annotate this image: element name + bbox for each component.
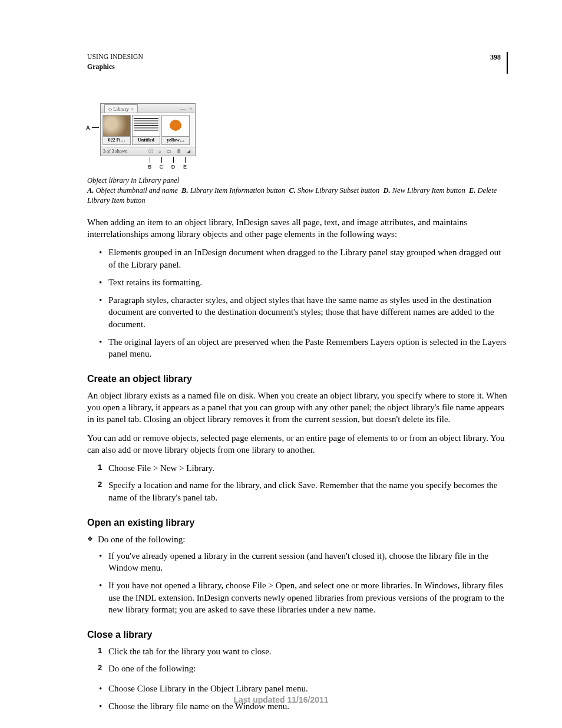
create-paragraph-1: An object library exists as a named file… [87,390,508,426]
panel-controls: — × [180,104,193,113]
thumbnail-image [103,116,130,137]
create-steps: Choose File > New > Library. Specify a l… [87,462,508,503]
footer-updated: Last updated 11/16/2011 [0,694,562,706]
page-header: USING INDESIGN Graphics 398 [87,52,508,74]
list-item: Choose File > New > Library. [98,462,508,474]
status-text: 3 of 3 shown [103,149,128,155]
list-item: Paragraph styles, character styles, and … [98,294,508,330]
new-item-icon: ▭ [167,149,171,155]
library-tab: ◇Library× [104,104,138,113]
delete-icon: 🗑 [177,149,181,155]
list-item: Specify a location and name for the libr… [98,479,508,503]
open-lead: Do one of the following: [87,533,508,545]
close-icon: × [131,106,134,112]
close-steps: Click the tab for the library you want t… [87,645,508,675]
heading-close: Close a library [87,628,508,641]
subset-icon: ⌕ [158,149,161,155]
thumbnail-label: 022 Fi… [103,137,130,144]
header-section: Graphics [87,62,143,72]
dock-icon: ◇ [108,107,112,112]
figure-caption: Object library in Library panel A. Objec… [87,176,508,206]
figure-library-panel: A ◇Library× — × 022 Fi… [100,103,508,170]
list-item: Do one of the following: [98,663,508,674]
resize-icon: ◢ [187,149,190,155]
callout-a: A [86,124,90,133]
thumbnail-label: yellow… [162,137,189,144]
page-number: 398 [490,52,508,74]
library-panel: ◇Library× — × 022 Fi… [100,103,196,156]
list-item: If you've already opened a library in th… [98,550,508,574]
library-item: Untitled [132,115,160,145]
library-item: yellow… [161,115,190,145]
list-item: The original layers of an object are pre… [98,336,508,360]
heading-create: Create an object library [87,373,508,386]
list-item: Choose Close Library in the Object Libra… [98,683,508,694]
list-item: If you have not opened a library, choose… [98,579,508,615]
open-bullets: If you've already opened a library in th… [87,550,508,615]
heading-open: Open an existing library [87,516,508,529]
create-paragraph-2: You can add or remove objects, selected … [87,432,508,456]
thumbnail-image [162,116,189,137]
list-item: Elements grouped in an InDesign document… [98,246,508,271]
list-item: Click the tab for the library you want t… [98,645,508,657]
intro-bullets: Elements grouped in an InDesign document… [87,246,508,360]
intro-paragraph: When adding an item to an object library… [87,216,508,241]
thumbnail-image [133,116,160,137]
library-item: 022 Fi… [103,115,131,145]
callout-lines: B C D E [100,157,196,170]
list-item: Text retains its formatting. [98,276,508,288]
header-chapter: USING INDESIGN [87,52,143,62]
thumbnail-label: Untitled [133,137,160,144]
info-icon: ⓘ [148,149,153,155]
